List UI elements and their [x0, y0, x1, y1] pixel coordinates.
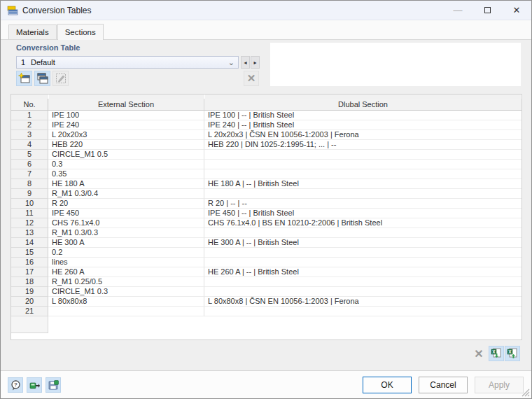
cancel-button[interactable]: Cancel: [419, 377, 468, 393]
dlubal-section-cell[interactable]: [204, 277, 522, 287]
external-section-cell[interactable]: lines: [48, 258, 204, 267]
row-number-cell[interactable]: 4: [11, 140, 48, 150]
window-title: Conversion Tables: [22, 6, 92, 15]
dlubal-section-cell[interactable]: HE 180 A | -- | British Steel: [204, 179, 522, 189]
excel-import-icon: X: [507, 348, 518, 359]
external-section-cell[interactable]: CIRCLE_M1 0.3: [48, 287, 204, 297]
row-number-cell[interactable]: 12: [11, 218, 48, 228]
close-button[interactable]: ✕: [502, 1, 531, 20]
external-section-cell[interactable]: HE 260 A: [48, 267, 204, 277]
export-to-excel-button[interactable]: X: [489, 346, 504, 361]
row-number-cell[interactable]: 16: [11, 258, 48, 267]
row-number-cell[interactable]: 11: [11, 209, 48, 218]
copy-conversion-table-button[interactable]: [34, 71, 50, 86]
row-number-cell[interactable]: 10: [11, 199, 48, 209]
dlubal-section-cell[interactable]: [204, 228, 522, 238]
row-number-cell[interactable]: 6: [11, 160, 48, 169]
svg-text:X: X: [508, 349, 512, 354]
external-section-cell[interactable]: IPE 240: [48, 120, 204, 130]
row-number-cell[interactable]: 17: [11, 267, 48, 277]
external-section-cell[interactable]: IPE 450: [48, 209, 204, 218]
dlubal-section-cell[interactable]: [204, 248, 522, 258]
dlubal-section-cell[interactable]: IPE 450 | -- | British Steel: [204, 209, 522, 218]
conversion-table-grid: No. External Section Dlubal Section 1 IP…: [10, 94, 522, 340]
maximize-button[interactable]: [472, 1, 502, 20]
dlubal-section-cell[interactable]: IPE 240 | -- | British Steel: [204, 120, 522, 130]
ok-button[interactable]: OK: [363, 377, 412, 393]
tab-sections[interactable]: Sections: [57, 24, 104, 40]
external-section-cell[interactable]: HEB 220: [48, 140, 204, 150]
row-number-cell[interactable]: 2: [11, 120, 48, 130]
dlubal-section-cell[interactable]: [204, 287, 522, 297]
minimize-button[interactable]: —: [443, 1, 472, 20]
delete-conversion-table-button[interactable]: ✕: [244, 71, 259, 86]
table-row: 13 R_M1 0.3/0.3: [11, 228, 522, 238]
sections-tab-page: Conversion Table 1 Default ⌄ ◂ ▸: [1, 39, 531, 370]
external-section-cell[interactable]: R_M1 0.25/0.5: [48, 277, 204, 287]
row-number-cell[interactable]: 18: [11, 277, 48, 287]
row-number-cell[interactable]: 20: [11, 297, 48, 307]
dlubal-section-cell[interactable]: IPE 100 | -- | British Steel: [204, 111, 522, 120]
dlubal-section-cell[interactable]: L 20x20x3 | ČSN EN 10056-1:2003 | Ferona: [204, 130, 522, 140]
row-number-cell[interactable]: 7: [11, 169, 48, 179]
dlubal-section-cell[interactable]: [204, 150, 522, 160]
external-section-cell[interactable]: R_M1 0.3/0.4: [48, 189, 204, 199]
external-section-cell[interactable]: L 20x20x3: [48, 130, 204, 140]
table-row: 5 CIRCLE_M1 0.5: [11, 150, 522, 160]
dlubal-section-cell[interactable]: HE 300 A | -- | British Steel: [204, 238, 522, 248]
new-conversion-table-button[interactable]: [16, 71, 32, 86]
apply-button[interactable]: Apply: [475, 377, 524, 393]
external-section-cell[interactable]: HE 300 A: [48, 238, 204, 248]
conversion-table-select[interactable]: 1 Default ⌄: [16, 56, 239, 69]
external-section-cell[interactable]: R 20: [48, 199, 204, 209]
table-row: 9 R_M1 0.3/0.4: [11, 189, 522, 199]
table-row: 1 IPE 100 IPE 100 | -- | British Steel: [11, 111, 522, 120]
external-section-cell[interactable]: IPE 100: [48, 111, 204, 120]
dlubal-section-cell[interactable]: HEB 220 | DIN 1025-2:1995-11; ... | --: [204, 140, 522, 150]
conversion-table-name: Default: [31, 58, 55, 66]
dlubal-section-cell[interactable]: [204, 160, 522, 169]
row-number-cell[interactable]: 1: [11, 111, 48, 120]
column-header-external: External Section: [48, 99, 204, 110]
external-section-cell[interactable]: L 80x80x8: [48, 297, 204, 307]
dlubal-section-cell[interactable]: [204, 307, 522, 316]
external-section-cell[interactable]: 0.2: [48, 248, 204, 258]
resize-grip[interactable]: [522, 388, 530, 397]
row-number-cell[interactable]: 8: [11, 179, 48, 189]
next-table-button[interactable]: ▸: [251, 56, 260, 69]
table-header-row: No. External Section Dlubal Section: [11, 99, 522, 111]
row-number-cell[interactable]: 15: [11, 248, 48, 258]
row-number-cell[interactable]: 3: [11, 130, 48, 140]
row-number-cell[interactable]: 21: [11, 307, 48, 316]
table-row: 20 L 80x80x8 L 80x80x8 | ČSN EN 10056-1:…: [11, 297, 522, 307]
dlubal-section-cell[interactable]: R 20 | -- | --: [204, 199, 522, 209]
external-section-cell[interactable]: 0.3: [48, 160, 204, 169]
row-number-cell[interactable]: 14: [11, 238, 48, 248]
delete-rows-button[interactable]: ✕: [471, 346, 486, 361]
dlubal-section-cell[interactable]: L 80x80x8 | ČSN EN 10056-1:2003 | Ferona: [204, 297, 522, 307]
dlubal-section-cell[interactable]: CHS 76.1x4.0 | BS EN 10210-2:2006 | Brit…: [204, 218, 522, 228]
tab-strip: Materials Sections: [1, 20, 531, 39]
help-button[interactable]: ?: [8, 377, 23, 393]
external-section-cell[interactable]: CIRCLE_M1 0.5: [48, 150, 204, 160]
dlubal-section-cell[interactable]: [204, 189, 522, 199]
dlubal-section-cell[interactable]: [204, 258, 522, 267]
dlubal-section-cell[interactable]: [204, 169, 522, 179]
tab-materials[interactable]: Materials: [8, 24, 57, 40]
row-number-cell[interactable]: 5: [11, 150, 48, 160]
external-section-cell[interactable]: CHS 76.1x4.0: [48, 218, 204, 228]
transfer-settings-button[interactable]: [27, 377, 42, 393]
row-number-cell[interactable]: 13: [11, 228, 48, 238]
rename-conversion-table-button[interactable]: [52, 71, 69, 86]
table-row: 2 IPE 240 IPE 240 | -- | British Steel: [11, 120, 522, 130]
save-as-default-button[interactable]: [46, 377, 61, 393]
external-section-cell[interactable]: 0.35: [48, 169, 204, 179]
row-number-cell[interactable]: 19: [11, 287, 48, 297]
import-from-excel-button[interactable]: X: [505, 346, 520, 361]
row-number-cell[interactable]: 9: [11, 189, 48, 199]
external-section-cell[interactable]: HE 180 A: [48, 179, 204, 189]
external-section-cell[interactable]: R_M1 0.3/0.3: [48, 228, 204, 238]
dlubal-section-cell[interactable]: HE 260 A | -- | British Steel: [204, 267, 522, 277]
external-section-cell[interactable]: [48, 307, 204, 316]
previous-table-button[interactable]: ◂: [241, 56, 250, 69]
